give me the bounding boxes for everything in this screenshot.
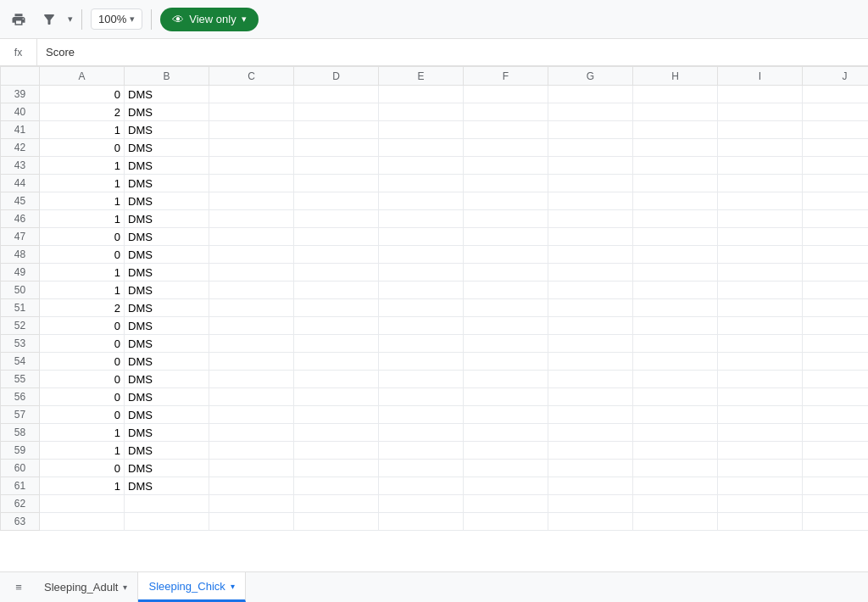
cell-empty[interactable] (718, 299, 803, 317)
cell-a[interactable]: 2 (40, 299, 125, 317)
cell-empty[interactable] (294, 460, 379, 477)
cell-empty[interactable] (209, 495, 294, 513)
cell-empty[interactable] (803, 139, 869, 157)
cell-empty[interactable] (294, 513, 379, 531)
cell-empty[interactable] (633, 192, 718, 210)
cell-empty[interactable] (633, 335, 718, 353)
cell-empty[interactable] (379, 371, 464, 388)
cell-empty[interactable] (633, 513, 718, 531)
cell-empty[interactable] (209, 281, 294, 299)
cell-empty[interactable] (633, 353, 718, 371)
cell-empty[interactable] (209, 335, 294, 353)
cell-empty[interactable] (294, 210, 379, 228)
cell-empty[interactable] (209, 353, 294, 371)
cell-empty[interactable] (633, 371, 718, 388)
cell-b[interactable]: DMS (125, 281, 209, 299)
cell-empty[interactable] (464, 442, 548, 460)
cell-empty[interactable] (548, 442, 633, 460)
cell-empty[interactable] (209, 406, 294, 424)
cell-empty[interactable] (464, 335, 548, 353)
cell-empty[interactable] (548, 175, 633, 192)
cell-empty[interactable] (548, 103, 633, 121)
table-row[interactable]: 512DMS (1, 299, 869, 317)
cell-empty[interactable] (209, 210, 294, 228)
cell-empty[interactable] (803, 157, 869, 175)
cell-empty[interactable] (803, 281, 869, 299)
table-row[interactable]: 470DMS (1, 228, 869, 246)
cell-empty[interactable] (548, 121, 633, 139)
cell-empty[interactable] (718, 281, 803, 299)
cell-empty[interactable] (633, 388, 718, 406)
cell-empty[interactable] (464, 228, 548, 246)
cell-empty[interactable] (294, 317, 379, 335)
cell-empty[interactable] (803, 477, 869, 495)
cell-b[interactable]: DMS (125, 299, 209, 317)
cell-empty[interactable] (379, 460, 464, 477)
col-header-d[interactable]: D (294, 67, 379, 86)
cell-a[interactable]: 0 (40, 335, 125, 353)
cell-empty[interactable] (379, 139, 464, 157)
cell-empty[interactable] (294, 139, 379, 157)
col-header-j[interactable]: J (803, 67, 869, 86)
cell-empty[interactable] (294, 103, 379, 121)
cell-empty[interactable] (718, 406, 803, 424)
cell-b[interactable]: DMS (125, 121, 209, 139)
cell-a[interactable]: 1 (40, 442, 125, 460)
cell-empty[interactable] (803, 317, 869, 335)
cell-empty[interactable] (548, 157, 633, 175)
cell-empty[interactable] (718, 335, 803, 353)
cell-a[interactable]: 0 (40, 388, 125, 406)
cell-empty[interactable] (633, 121, 718, 139)
table-row[interactable]: 560DMS (1, 388, 869, 406)
cell-empty[interactable] (379, 210, 464, 228)
cell-empty[interactable] (294, 442, 379, 460)
cell-empty[interactable] (548, 246, 633, 264)
cell-empty[interactable] (548, 353, 633, 371)
cell-b[interactable]: DMS (125, 86, 209, 103)
cell-a[interactable]: 0 (40, 86, 125, 103)
cell-empty[interactable] (548, 513, 633, 531)
cell-empty[interactable] (294, 246, 379, 264)
cell-empty[interactable] (718, 139, 803, 157)
cell-empty[interactable] (718, 246, 803, 264)
cell-empty[interactable] (294, 335, 379, 353)
cell-empty[interactable] (548, 477, 633, 495)
col-header-b[interactable]: B (125, 67, 209, 86)
cell-empty[interactable] (379, 175, 464, 192)
cell-empty[interactable] (464, 121, 548, 139)
cell-empty[interactable] (379, 335, 464, 353)
cell-empty[interactable] (548, 388, 633, 406)
cell-empty[interactable] (209, 424, 294, 442)
cell-a[interactable]: 0 (40, 246, 125, 264)
table-row[interactable]: 540DMS (1, 353, 869, 371)
cell-empty[interactable] (209, 121, 294, 139)
cell-a[interactable]: 1 (40, 121, 125, 139)
cell-empty[interactable] (464, 210, 548, 228)
cell-empty[interactable] (379, 424, 464, 442)
table-row[interactable]: 62 (1, 495, 869, 513)
cell-empty[interactable] (803, 388, 869, 406)
cell-empty[interactable] (718, 192, 803, 210)
table-row[interactable]: 402DMS (1, 103, 869, 121)
cell-empty[interactable] (209, 175, 294, 192)
table-row[interactable]: 431DMS (1, 157, 869, 175)
cell-empty[interactable] (464, 192, 548, 210)
table-row[interactable]: 441DMS (1, 175, 869, 192)
cell-empty[interactable] (548, 317, 633, 335)
cell-empty[interactable] (718, 353, 803, 371)
table-row[interactable]: 411DMS (1, 121, 869, 139)
cell-b[interactable]: DMS (125, 228, 209, 246)
cell-empty[interactable] (633, 442, 718, 460)
cell-empty[interactable] (464, 460, 548, 477)
table-row[interactable]: 63 (1, 513, 869, 531)
cell-empty[interactable] (464, 281, 548, 299)
cell-empty[interactable] (718, 477, 803, 495)
cell-empty[interactable] (803, 495, 869, 513)
cell-empty[interactable] (548, 299, 633, 317)
cell-empty[interactable] (209, 86, 294, 103)
cell-empty[interactable] (718, 86, 803, 103)
cell-empty[interactable] (803, 406, 869, 424)
cell-empty[interactable] (633, 264, 718, 281)
cell-empty[interactable] (633, 175, 718, 192)
cell-empty[interactable] (464, 353, 548, 371)
